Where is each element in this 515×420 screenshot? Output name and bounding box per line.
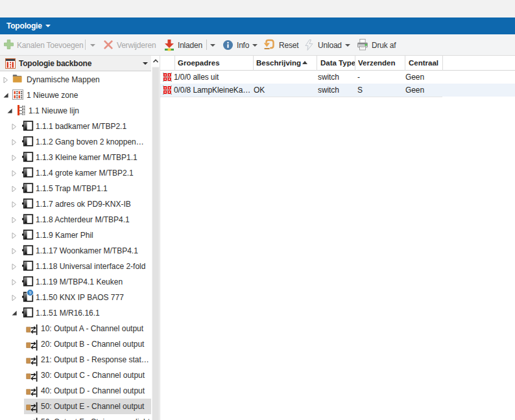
- svg-text:9: 9: [29, 290, 32, 295]
